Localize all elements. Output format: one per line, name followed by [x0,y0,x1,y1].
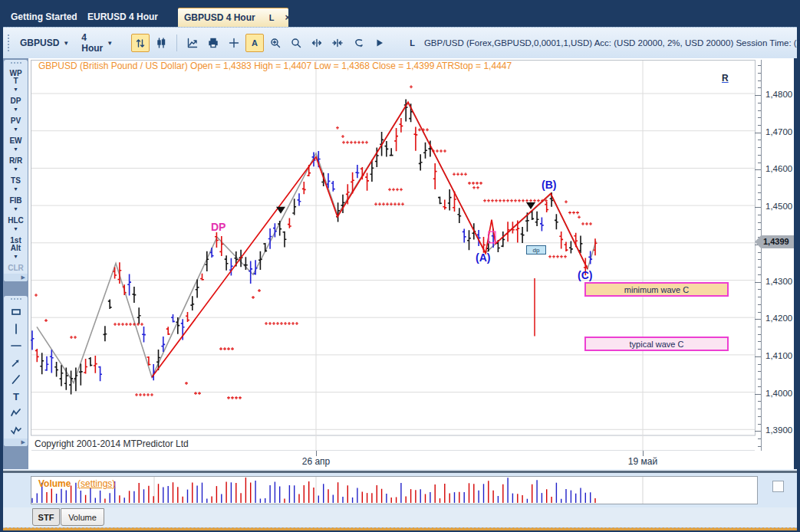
price-axis[interactable] [761,60,762,451]
major-tick [755,169,761,170]
tab-getting-started[interactable]: Getting Started [11,8,77,27]
minor-tick [758,379,761,379]
volume-pane-checkbox[interactable] [772,481,784,492]
undo-icon[interactable] [349,34,367,52]
dp-mini-flag: dp [526,245,546,255]
minor-tick [758,401,761,402]
expand-horizontal-icon[interactable] [308,34,326,52]
tab-label: Getting Started [11,11,77,22]
minor-tick [758,267,761,268]
date-tick [643,451,644,456]
timeframe-dropdown[interactable]: 4 Hour▼ [77,30,117,56]
minor-tick [758,409,761,409]
minor-tick [758,147,761,148]
group-expander-icon[interactable]: ▶ [4,274,28,281]
minor-tick [758,334,761,335]
sidebar-button-ts[interactable]: TS▼ [4,175,28,195]
sidebar-button-1stalt[interactable]: 1stAlt▼ [4,235,28,262]
price-axis-label: 1,4200 [765,314,796,323]
minor-tick [758,103,761,103]
toolbar-grip-icon[interactable] [8,34,9,51]
current-price-tag: 1,4399 [755,235,794,248]
wave-a-label: (A) [476,251,490,264]
major-tick [755,95,761,96]
volume-settings-link[interactable]: (settings) [77,478,115,489]
minor-tick [758,155,761,156]
major-tick [755,282,761,283]
compress-horizontal-icon[interactable] [328,34,347,52]
text-tool-icon[interactable]: T [4,388,28,405]
group-grip-icon[interactable] [4,298,28,304]
svg-text:T: T [13,391,19,402]
candlestick-style-icon[interactable] [152,34,170,52]
minor-tick [758,65,761,66]
chart-indicator-icon[interactable] [183,34,202,52]
sidebar-button-rr[interactable]: R/R▼ [4,155,28,175]
wave-tool-icon[interactable] [4,422,28,438]
symbol-dropdown[interactable]: GBPUSD▼ [15,35,74,51]
copyright-text: Copyright 2001-2014 MTPredictor Ltd [35,438,189,449]
date-label: 19 май [620,456,666,467]
minimum-wave-c-target-box: minimum wave C [584,282,729,297]
minor-tick [758,229,761,230]
vertical-line-tool-icon[interactable] [4,320,28,337]
tab-gbpusd-4hour[interactable]: GBPUSD 4 Hour L × [178,8,288,27]
zoom-in-icon[interactable] [266,34,285,52]
minor-tick [758,371,761,372]
price-axis-label: 1,4800 [765,90,796,99]
price-axis-label: 1,4000 [765,389,796,398]
play-icon[interactable] [370,34,388,52]
pane-splitter[interactable] [3,469,797,475]
print-icon[interactable] [204,34,222,52]
sidebar-button-dp[interactable]: DP▼ [4,95,28,115]
hlc-bars-style-icon[interactable] [131,34,150,52]
zoom-out-icon[interactable] [287,34,305,52]
tab-label: Volume [68,513,97,522]
linked-chart-badge: L [269,8,275,28]
crosshair-icon[interactable] [225,34,243,52]
minor-tick [758,222,761,223]
tab-volume[interactable]: Volume [61,508,104,526]
sidebar-button-wpt[interactable]: WPT▼ [4,67,28,95]
minor-tick [758,289,761,290]
svg-text:A: A [252,38,258,48]
minor-tick [758,424,761,425]
arrow-tool-icon[interactable] [4,354,28,371]
zigzag-tool-icon[interactable] [4,405,28,422]
reset-link[interactable]: R [722,73,729,84]
sidebar-button-fib[interactable]: FIB▼ [4,195,28,215]
major-tick [755,207,761,208]
volume-bars [31,477,757,507]
sidebar-button-hlc[interactable]: HLC▼ [4,215,28,235]
tab-eurusd-4hour[interactable]: EURUSD 4 HourL [87,8,183,27]
toolbar-icons: A [131,34,388,52]
group-grip-icon[interactable] [4,62,28,67]
minor-tick [758,438,761,439]
analysis-sidebar: WPT▼DP▼PV▼EW▼R/R▼TS▼FIB▼HLC▼1stAlt▼CLR ▶… [3,58,28,507]
minor-tick [758,80,761,81]
tab-stf[interactable]: STF [32,508,60,526]
price-chart-panel[interactable]: GBPUSD (British Pound / US Dollar) Open … [28,58,794,469]
minor-tick [758,349,761,350]
sidebar-button-pv[interactable]: PV▼ [4,115,28,135]
analysis-button-group: WPT▼DP▼PV▼EW▼R/R▼TS▼FIB▼HLC▼1stAlt▼CLR ▶ [4,60,28,281]
minor-tick [758,199,761,200]
trendline-tool-icon[interactable] [4,371,28,388]
price-axis-label: 1,4100 [765,351,796,360]
minor-tick [758,274,761,275]
minor-tick [758,327,761,327]
sidebar-button-ew[interactable]: EW▼ [4,135,28,155]
group-expander-icon[interactable]: ▶ [4,438,28,446]
rectangle-tool-icon[interactable] [4,304,28,320]
chart-plot-area[interactable] [31,60,756,454]
minor-tick [758,163,761,163]
horizontal-line-tool-icon[interactable] [4,337,28,354]
chart-title: GBPUSD (British Pound / US Dollar) Open … [38,61,512,71]
minor-tick [758,312,761,313]
annotate-a-icon[interactable]: A [245,34,264,52]
close-tab-icon[interactable]: × [285,8,290,28]
minor-tick [758,386,761,387]
date-label: 26 апр [293,456,339,467]
minor-tick [758,117,761,118]
minor-tick [758,416,761,417]
